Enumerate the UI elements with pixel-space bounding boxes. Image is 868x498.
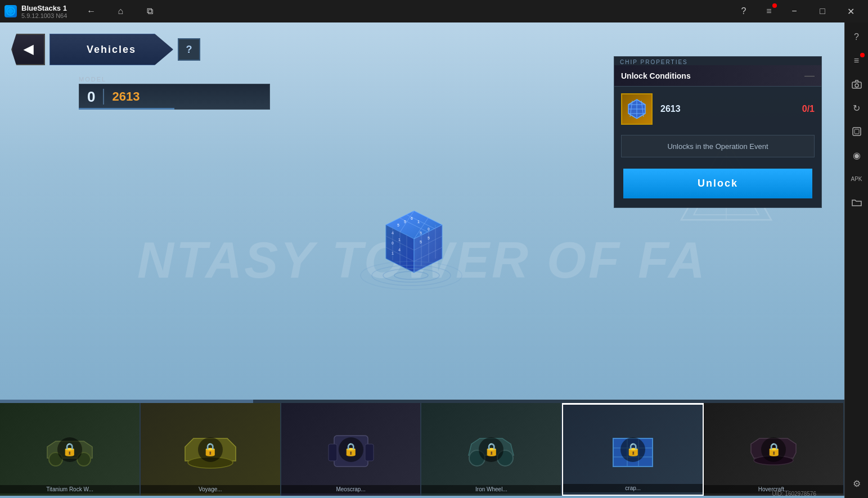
model-bar: 0 2613 bbox=[79, 84, 270, 110]
svg-text:4: 4 bbox=[392, 231, 394, 235]
svg-rect-62 bbox=[853, 128, 861, 135]
sidebar-settings-icon[interactable]: ⚙ bbox=[847, 473, 867, 494]
model-divider bbox=[103, 89, 104, 105]
lock-icon-1: 🔒 bbox=[198, 437, 223, 462]
vehicles-title: Vehicles bbox=[87, 44, 136, 56]
svg-rect-51 bbox=[365, 444, 374, 461]
svg-text:4: 4 bbox=[398, 248, 401, 252]
svg-text:5: 5 bbox=[420, 240, 422, 244]
svg-text:0: 0 bbox=[428, 227, 430, 231]
svg-point-37 bbox=[383, 269, 439, 282]
unlock-conditions-bar: Unlock Conditions — bbox=[614, 65, 821, 87]
app-subtitle: 5.9.12.1003 N64 bbox=[21, 12, 67, 19]
maximize-btn[interactable]: □ bbox=[809, 0, 835, 22]
sidebar-record-icon[interactable]: ◉ bbox=[847, 145, 867, 165]
app-title: BlueStacks 1 bbox=[21, 4, 67, 12]
right-sidebar: ? ≡ ↻ ◉ APK ⚙ bbox=[844, 22, 868, 498]
lock-icon-3: 🔒 bbox=[479, 437, 503, 462]
vehicle-card-2[interactable]: 🔒Meoscrap... bbox=[281, 403, 422, 496]
conditions-content: 2613 0/1 bbox=[614, 87, 821, 132]
game-area: NTASY TOWER OF FA ◀ Vehicles ? MODEL 0 2… bbox=[0, 22, 844, 498]
lock-icon-4: 🔒 bbox=[620, 437, 645, 462]
lock-icon-2: 🔒 bbox=[339, 437, 363, 462]
close-btn[interactable]: ✕ bbox=[838, 0, 863, 22]
uc-dash-icon: — bbox=[804, 70, 815, 82]
vehicle-name-3: Iron Wheel... bbox=[421, 485, 561, 494]
lock-icon-0: 🔒 bbox=[57, 437, 82, 462]
back-button[interactable]: ◀ bbox=[11, 34, 45, 65]
vehicles-title-bar: Vehicles bbox=[50, 34, 173, 65]
nav-home-btn[interactable]: ⌂ bbox=[107, 0, 133, 22]
svg-text:1: 1 bbox=[417, 220, 420, 224]
model-display: MODEL 0 2613 bbox=[79, 76, 270, 110]
model-label: MODEL bbox=[79, 76, 270, 83]
vehicle-card-5[interactable]: 🔒Hovercraft... bbox=[704, 403, 844, 496]
nav-tab-btn[interactable]: ⧉ bbox=[137, 0, 163, 22]
sidebar-refresh-icon[interactable]: ↻ bbox=[847, 98, 867, 118]
svg-text:5: 5 bbox=[420, 231, 422, 235]
unlock-button[interactable]: Unlock bbox=[623, 169, 812, 198]
top-navigation: ◀ Vehicles ? bbox=[11, 34, 200, 65]
back-arrow-icon: ◀ bbox=[24, 42, 33, 57]
properties-panel: CHIP PROPERTIES Unlock Conditions — bbox=[614, 56, 822, 208]
sidebar-help-icon[interactable]: ? bbox=[847, 27, 867, 47]
vehicle-name-2: Meoscrap... bbox=[281, 485, 421, 494]
vehicle-name-0: Titanium Rock W... bbox=[0, 485, 140, 494]
svg-rect-50 bbox=[329, 444, 337, 461]
lock-icon-5: 🔒 bbox=[761, 437, 786, 462]
operation-event-text: Unlocks in the Operation Event bbox=[667, 142, 768, 151]
nav-back-btn[interactable]: ← bbox=[78, 0, 104, 22]
svg-text:5: 5 bbox=[404, 220, 406, 224]
app-logo bbox=[5, 5, 17, 17]
help-button[interactable]: ? bbox=[178, 38, 200, 61]
operation-event-box: Unlocks in the Operation Event bbox=[621, 135, 815, 157]
sidebar-menu-icon[interactable]: ≡ bbox=[847, 51, 867, 71]
vehicle-card-1[interactable]: 🔒Voyage... bbox=[141, 403, 281, 496]
uuid-label: UID: 1602978576 bbox=[772, 491, 816, 497]
svg-text:5: 5 bbox=[397, 223, 399, 227]
menu-title-btn[interactable]: ≡ bbox=[759, 1, 779, 21]
unlock-conditions-title: Unlock Conditions bbox=[621, 71, 691, 80]
help-title-btn[interactable]: ? bbox=[731, 0, 757, 22]
cube-shadow bbox=[355, 259, 467, 292]
uc-icons: — bbox=[804, 70, 815, 82]
titlebar: BlueStacks 1 5.9.12.1003 N64 ← ⌂ ⧉ ? ≡ −… bbox=[0, 0, 868, 22]
sidebar-apk-icon[interactable]: APK bbox=[847, 169, 867, 189]
minimize-btn[interactable]: − bbox=[781, 0, 807, 22]
game-ui: ◀ Vehicles ? MODEL 0 2613 bbox=[0, 22, 844, 498]
svg-point-38 bbox=[394, 271, 428, 279]
svg-rect-63 bbox=[854, 129, 859, 134]
properties-header: CHIP PROPERTIES bbox=[614, 57, 821, 65]
svg-text:1: 1 bbox=[398, 238, 401, 242]
svg-point-61 bbox=[855, 84, 858, 87]
vehicle-name-1: Voyage... bbox=[141, 485, 280, 494]
svg-text:0: 0 bbox=[392, 241, 394, 245]
svg-text:1: 1 bbox=[392, 251, 394, 255]
vehicle-carousel: 🔒Titanium Rock W...🔒Voyage...🔒Meoscrap..… bbox=[0, 400, 844, 498]
svg-text:5: 5 bbox=[428, 236, 430, 240]
model-zero-value: 0 bbox=[87, 88, 95, 106]
cube-item-icon bbox=[621, 93, 653, 125]
sidebar-camera-icon[interactable] bbox=[847, 74, 867, 94]
sidebar-screenshot-icon[interactable] bbox=[847, 121, 867, 142]
vehicle-card-3[interactable]: 🔒Iron Wheel... bbox=[421, 403, 562, 496]
vehicle-name-4: crap... bbox=[563, 484, 703, 492]
vehicle-card-4[interactable]: 🔒crap... bbox=[562, 403, 704, 496]
svg-text:6: 6 bbox=[411, 216, 413, 220]
titlebar-controls: ? ≡ − □ ✕ bbox=[731, 0, 863, 22]
vehicle-card-0[interactable]: 🔒Titanium Rock W... bbox=[0, 403, 141, 496]
titlebar-left: BlueStacks 1 5.9.12.1003 N64 ← ⌂ ⧉ bbox=[5, 0, 163, 22]
sidebar-folder-icon[interactable] bbox=[847, 192, 867, 212]
model-score: 2613 bbox=[112, 89, 140, 104]
condition-item-name: 2613 bbox=[660, 104, 794, 114]
cube-icon-svg bbox=[626, 98, 648, 120]
carousel-track: 🔒Titanium Rock W...🔒Voyage...🔒Meoscrap..… bbox=[0, 403, 844, 496]
condition-item-count: 0/1 bbox=[802, 104, 815, 114]
